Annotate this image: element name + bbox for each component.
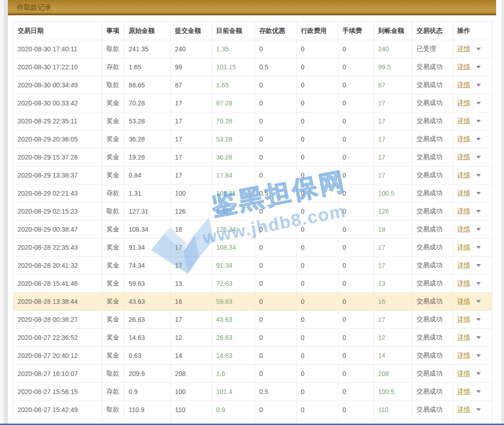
cell: 0 [297, 329, 338, 347]
detail-link[interactable]: 详情 [457, 63, 470, 70]
detail-link[interactable]: 详情 [457, 81, 470, 88]
detail-link[interactable]: 详情 [457, 406, 470, 413]
detail-link[interactable]: 详情 [457, 333, 470, 341]
cell: 126 [171, 203, 212, 221]
chevron-down-icon[interactable] [476, 138, 481, 141]
column-header-6: 行政费用 [297, 22, 338, 40]
action-cell: 详情 [453, 203, 492, 221]
cell: 26.63 [212, 329, 255, 347]
chevron-down-icon[interactable] [476, 246, 481, 249]
detail-link[interactable]: 详情 [457, 279, 470, 287]
cell: 87 [374, 76, 412, 94]
cell: 0 [255, 365, 297, 383]
chevron-down-icon[interactable] [476, 102, 481, 105]
cell: 1.31 [124, 185, 171, 203]
cell: 0 [297, 185, 338, 203]
cell: 209.6 [124, 365, 171, 383]
cell: 交易成功 [412, 257, 453, 275]
detail-link[interactable]: 详情 [457, 261, 470, 269]
detail-link[interactable]: 详情 [457, 135, 470, 142]
action-cell: 详情 [453, 329, 492, 347]
cell: 43.63 [212, 311, 255, 329]
cell: 17 [171, 94, 212, 112]
cell: 17 [171, 311, 212, 329]
cell: 奖金 [102, 347, 124, 365]
cell: 2020-08-29 15:37:28 [13, 148, 102, 166]
cell: 17 [374, 112, 412, 130]
cell: 2020-08-29 02:15:23 [13, 203, 102, 221]
chevron-down-icon[interactable] [476, 210, 481, 213]
cell: 17 [374, 239, 412, 257]
detail-link[interactable]: 详情 [457, 207, 470, 215]
detail-link[interactable]: 详情 [457, 388, 470, 395]
cell: 59.63 [212, 293, 255, 311]
cell: 1.6 [212, 365, 255, 383]
cell: 0 [297, 275, 338, 293]
cell: 0 [255, 311, 297, 329]
detail-link[interactable]: 详情 [457, 117, 470, 124]
detail-link[interactable]: 详情 [457, 243, 470, 251]
chevron-down-icon[interactable] [476, 48, 481, 50]
cell: 12 [171, 329, 212, 347]
cell: 0 [297, 166, 338, 185]
detail-link[interactable]: 详情 [457, 225, 470, 233]
chevron-down-icon[interactable] [476, 174, 481, 177]
chevron-down-icon[interactable] [476, 336, 481, 339]
cell: 2020-08-30 17:40:11 [13, 40, 102, 58]
cell: 0 [338, 58, 374, 76]
cell: 108.34 [124, 221, 171, 239]
cell: 0 [255, 203, 297, 221]
cell: 0 [338, 257, 374, 275]
detail-link[interactable]: 详情 [457, 153, 470, 160]
action-cell: 详情 [453, 58, 492, 76]
chevron-down-icon[interactable] [476, 84, 481, 86]
detail-link[interactable]: 详情 [457, 189, 470, 197]
chevron-down-icon[interactable] [476, 66, 481, 68]
column-header-4: 目前金额 [212, 22, 255, 40]
cell: 0 [338, 275, 374, 293]
table-row: 2020-08-30 00:33:42奖金70.281787.2800017交易… [13, 94, 492, 112]
cell: 100.5 [374, 185, 412, 203]
cell: 17 [374, 94, 412, 112]
table-row: 2020-08-29 13:38:37奖金0.841717.8400017交易成… [13, 166, 492, 185]
table-row: 2020-08-28 15:41:46奖金59.631372.6300013交易… [13, 275, 492, 293]
chevron-down-icon[interactable] [476, 318, 481, 321]
cell: 100 [171, 185, 212, 203]
cell: 交易成功 [412, 94, 453, 112]
chevron-down-icon[interactable] [476, 156, 481, 159]
detail-link[interactable]: 详情 [457, 315, 470, 323]
cell: 13 [374, 275, 412, 293]
cell: 53.28 [212, 130, 255, 148]
chevron-down-icon[interactable] [476, 372, 481, 375]
table-row: 2020-08-30 00:34:49取款88.65871.6500087交易成… [13, 76, 492, 94]
cell: 17 [171, 112, 212, 130]
chevron-down-icon[interactable] [476, 354, 481, 357]
chevron-down-icon[interactable] [476, 390, 481, 393]
detail-link[interactable]: 详情 [457, 99, 470, 106]
detail-link[interactable]: 详情 [457, 171, 470, 179]
cell: 0.9 [124, 383, 171, 401]
cell: 交易成功 [412, 365, 453, 383]
cell: 17 [374, 311, 412, 329]
cell: 17 [374, 257, 412, 275]
cell: 0 [255, 112, 297, 130]
detail-link[interactable]: 详情 [457, 297, 470, 305]
cell: 0 [338, 112, 374, 130]
cell: 0 [297, 221, 338, 239]
chevron-down-icon[interactable] [476, 282, 481, 285]
detail-link[interactable]: 详情 [457, 45, 470, 52]
cell: 17 [171, 239, 212, 257]
cell: 0 [255, 329, 297, 347]
chevron-down-icon[interactable] [476, 408, 481, 411]
chevron-down-icon[interactable] [476, 264, 481, 267]
chevron-down-icon[interactable] [476, 300, 481, 303]
chevron-down-icon[interactable] [476, 120, 481, 123]
chevron-down-icon[interactable] [476, 228, 481, 231]
detail-link[interactable]: 详情 [457, 351, 470, 359]
chevron-down-icon[interactable] [476, 192, 481, 195]
table-row: 2020-08-29 20:36:05奖金36.281753.2800017交易… [13, 130, 492, 148]
column-header-1: 事项 [102, 22, 124, 40]
action-cell: 详情 [453, 221, 492, 239]
detail-link[interactable]: 详情 [457, 370, 470, 377]
cell: 17 [171, 257, 212, 275]
